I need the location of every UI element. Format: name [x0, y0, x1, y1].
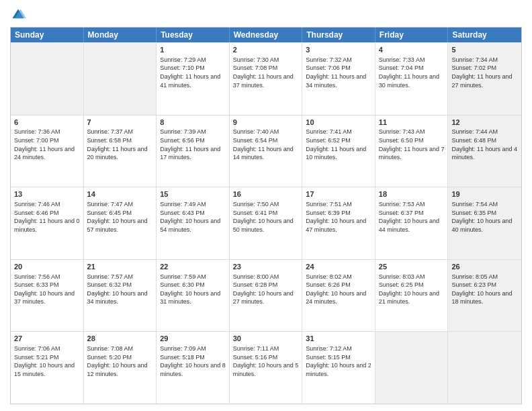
day-number: 10: [306, 118, 371, 128]
day-number: 13: [14, 189, 80, 199]
day-info: Sunrise: 7:11 AM Sunset: 5:16 PM Dayligh…: [233, 345, 299, 378]
day-info: Sunrise: 7:57 AM Sunset: 6:32 PM Dayligh…: [87, 273, 153, 306]
calendar-cell: 31Sunrise: 7:12 AM Sunset: 5:15 PM Dayli…: [302, 332, 375, 404]
day-number: 20: [14, 262, 80, 272]
day-number: 18: [379, 189, 445, 199]
logo-icon: [10, 7, 26, 23]
calendar-cell: 17Sunrise: 7:51 AM Sunset: 6:39 PM Dayli…: [302, 187, 375, 259]
weekday-header-tuesday: Tuesday: [157, 28, 230, 42]
calendar-cell: 18Sunrise: 7:53 AM Sunset: 6:37 PM Dayli…: [375, 187, 449, 259]
day-number: 5: [451, 45, 518, 55]
day-number: 28: [87, 334, 153, 344]
day-info: Sunrise: 7:50 AM Sunset: 6:41 PM Dayligh…: [233, 200, 299, 234]
weekday-header-saturday: Saturday: [448, 28, 521, 42]
day-number: 12: [451, 118, 518, 128]
day-info: Sunrise: 7:37 AM Sunset: 6:58 PM Dayligh…: [87, 128, 153, 161]
calendar-cell: 20Sunrise: 7:56 AM Sunset: 6:33 PM Dayli…: [11, 260, 84, 332]
calendar-cell: 13Sunrise: 7:46 AM Sunset: 6:46 PM Dayli…: [11, 187, 84, 259]
logo: [10, 7, 29, 23]
day-info: Sunrise: 7:54 AM Sunset: 6:35 PM Dayligh…: [451, 200, 518, 234]
calendar-cell: 24Sunrise: 8:02 AM Sunset: 6:26 PM Dayli…: [302, 260, 375, 332]
calendar-body: 1Sunrise: 7:29 AM Sunset: 7:10 PM Daylig…: [11, 42, 521, 404]
calendar-cell: 23Sunrise: 8:00 AM Sunset: 6:28 PM Dayli…: [230, 260, 303, 332]
day-number: 24: [306, 262, 371, 272]
calendar-cell: 3Sunrise: 7:32 AM Sunset: 7:06 PM Daylig…: [302, 43, 375, 115]
day-info: Sunrise: 7:39 AM Sunset: 6:56 PM Dayligh…: [160, 128, 226, 161]
day-info: Sunrise: 7:34 AM Sunset: 7:02 PM Dayligh…: [451, 56, 518, 89]
day-number: 1: [160, 45, 226, 55]
day-info: Sunrise: 7:12 AM Sunset: 5:15 PM Dayligh…: [306, 345, 371, 378]
day-info: Sunrise: 7:41 AM Sunset: 6:52 PM Dayligh…: [306, 128, 371, 161]
day-number: 22: [160, 262, 226, 272]
day-number: 9: [233, 118, 299, 128]
day-info: Sunrise: 7:06 AM Sunset: 5:21 PM Dayligh…: [14, 345, 80, 378]
day-number: 3: [306, 45, 371, 55]
calendar-cell: 11Sunrise: 7:43 AM Sunset: 6:50 PM Dayli…: [375, 116, 449, 187]
day-info: Sunrise: 8:05 AM Sunset: 6:23 PM Dayligh…: [451, 273, 518, 306]
calendar-cell: 19Sunrise: 7:54 AM Sunset: 6:35 PM Dayli…: [448, 187, 521, 259]
day-number: 27: [14, 334, 80, 344]
calendar-cell: 10Sunrise: 7:41 AM Sunset: 6:52 PM Dayli…: [302, 116, 375, 187]
day-info: Sunrise: 7:56 AM Sunset: 6:33 PM Dayligh…: [14, 273, 80, 306]
calendar-cell: 15Sunrise: 7:49 AM Sunset: 6:43 PM Dayli…: [157, 187, 230, 259]
calendar-header: SundayMondayTuesdayWednesdayThursdayFrid…: [11, 28, 521, 42]
day-number: 26: [451, 262, 518, 272]
calendar-cell: [84, 43, 157, 115]
day-number: 6: [14, 118, 80, 128]
calendar-cell: 26Sunrise: 8:05 AM Sunset: 6:23 PM Dayli…: [448, 260, 521, 332]
calendar-cell: 27Sunrise: 7:06 AM Sunset: 5:21 PM Dayli…: [11, 332, 84, 404]
day-info: Sunrise: 7:29 AM Sunset: 7:10 PM Dayligh…: [160, 56, 226, 89]
day-number: 31: [306, 334, 371, 344]
day-info: Sunrise: 8:02 AM Sunset: 6:26 PM Dayligh…: [306, 273, 371, 306]
calendar-cell: 22Sunrise: 7:59 AM Sunset: 6:30 PM Dayli…: [157, 260, 230, 332]
day-info: Sunrise: 7:36 AM Sunset: 7:00 PM Dayligh…: [14, 128, 80, 161]
day-number: 16: [233, 189, 299, 199]
day-info: Sunrise: 8:03 AM Sunset: 6:25 PM Dayligh…: [379, 273, 445, 306]
day-number: 25: [379, 262, 445, 272]
day-number: 4: [379, 45, 445, 55]
calendar-row-5: 27Sunrise: 7:06 AM Sunset: 5:21 PM Dayli…: [11, 331, 521, 404]
calendar-cell: 28Sunrise: 7:08 AM Sunset: 5:20 PM Dayli…: [84, 332, 157, 404]
day-number: 14: [87, 189, 153, 199]
day-number: 29: [160, 334, 226, 344]
day-number: 11: [379, 118, 445, 128]
calendar-cell: [448, 332, 521, 404]
day-info: Sunrise: 7:33 AM Sunset: 7:04 PM Dayligh…: [379, 56, 445, 89]
day-info: Sunrise: 7:46 AM Sunset: 6:46 PM Dayligh…: [14, 200, 80, 234]
weekday-header-thursday: Thursday: [302, 28, 375, 42]
weekday-header-monday: Monday: [84, 28, 157, 42]
day-number: 23: [233, 262, 299, 272]
calendar-cell: 6Sunrise: 7:36 AM Sunset: 7:00 PM Daylig…: [11, 116, 84, 187]
calendar-cell: 16Sunrise: 7:50 AM Sunset: 6:41 PM Dayli…: [230, 187, 303, 259]
day-info: Sunrise: 7:44 AM Sunset: 6:48 PM Dayligh…: [451, 128, 518, 161]
weekday-header-friday: Friday: [375, 28, 449, 42]
calendar-cell: 2Sunrise: 7:30 AM Sunset: 7:08 PM Daylig…: [230, 43, 303, 115]
day-info: Sunrise: 7:09 AM Sunset: 5:18 PM Dayligh…: [160, 345, 226, 378]
calendar-cell: 1Sunrise: 7:29 AM Sunset: 7:10 PM Daylig…: [157, 43, 230, 115]
header: [10, 7, 522, 23]
calendar-cell: 8Sunrise: 7:39 AM Sunset: 6:56 PM Daylig…: [157, 116, 230, 187]
day-info: Sunrise: 7:59 AM Sunset: 6:30 PM Dayligh…: [160, 273, 226, 306]
calendar-row-2: 6Sunrise: 7:36 AM Sunset: 7:00 PM Daylig…: [11, 115, 521, 187]
calendar-cell: 30Sunrise: 7:11 AM Sunset: 5:16 PM Dayli…: [230, 332, 303, 404]
day-number: 7: [87, 118, 153, 128]
day-info: Sunrise: 7:53 AM Sunset: 6:37 PM Dayligh…: [379, 200, 445, 234]
calendar-cell: 14Sunrise: 7:47 AM Sunset: 6:45 PM Dayli…: [84, 187, 157, 259]
day-number: 17: [306, 189, 371, 199]
day-info: Sunrise: 7:49 AM Sunset: 6:43 PM Dayligh…: [160, 200, 226, 234]
weekday-header-sunday: Sunday: [11, 28, 84, 42]
calendar: SundayMondayTuesdayWednesdayThursdayFrid…: [10, 27, 522, 404]
day-number: 30: [233, 334, 299, 344]
calendar-row-1: 1Sunrise: 7:29 AM Sunset: 7:10 PM Daylig…: [11, 42, 521, 115]
calendar-cell: 29Sunrise: 7:09 AM Sunset: 5:18 PM Dayli…: [157, 332, 230, 404]
day-info: Sunrise: 7:30 AM Sunset: 7:08 PM Dayligh…: [233, 56, 299, 89]
calendar-cell: 5Sunrise: 7:34 AM Sunset: 7:02 PM Daylig…: [448, 43, 521, 115]
day-info: Sunrise: 7:08 AM Sunset: 5:20 PM Dayligh…: [87, 345, 153, 378]
calendar-cell: 4Sunrise: 7:33 AM Sunset: 7:04 PM Daylig…: [375, 43, 449, 115]
day-info: Sunrise: 7:51 AM Sunset: 6:39 PM Dayligh…: [306, 200, 371, 234]
day-number: 19: [451, 189, 518, 199]
calendar-cell: 7Sunrise: 7:37 AM Sunset: 6:58 PM Daylig…: [84, 116, 157, 187]
calendar-row-4: 20Sunrise: 7:56 AM Sunset: 6:33 PM Dayli…: [11, 259, 521, 332]
day-number: 8: [160, 118, 226, 128]
calendar-cell: 9Sunrise: 7:40 AM Sunset: 6:54 PM Daylig…: [230, 116, 303, 187]
